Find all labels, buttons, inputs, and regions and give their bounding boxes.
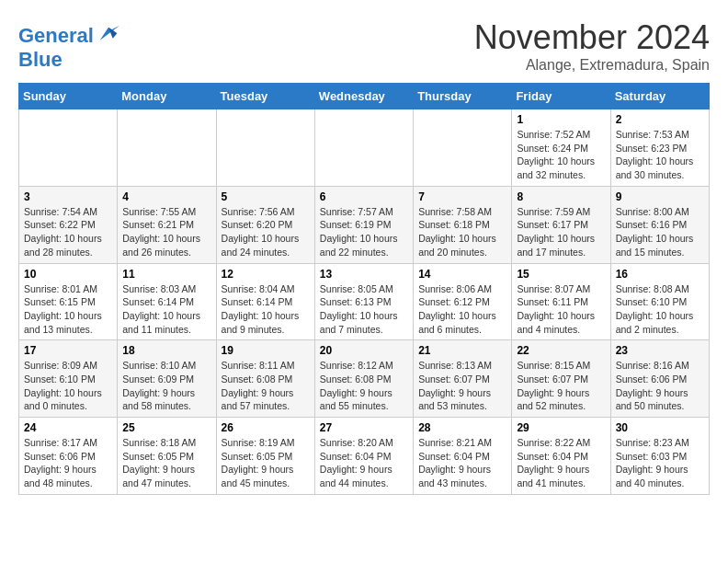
day-info: Sunrise: 8:22 AMSunset: 6:04 PMDaylight:… (517, 436, 605, 490)
calendar-cell: 25Sunrise: 8:18 AMSunset: 6:05 PMDayligh… (118, 418, 216, 495)
calendar-cell: 26Sunrise: 8:19 AMSunset: 6:05 PMDayligh… (216, 418, 314, 495)
day-number: 2 (616, 113, 704, 126)
day-info: Sunrise: 8:09 AMSunset: 6:10 PMDaylight:… (24, 359, 112, 413)
header-monday: Monday (118, 84, 216, 109)
calendar-body: 1Sunrise: 7:52 AMSunset: 6:24 PMDaylight… (19, 109, 710, 495)
day-number: 1 (517, 113, 605, 126)
calendar-cell: 6Sunrise: 7:57 AMSunset: 6:19 PMDaylight… (314, 186, 413, 263)
calendar-header: Sunday Monday Tuesday Wednesday Thursday… (19, 84, 710, 109)
day-info: Sunrise: 8:08 AMSunset: 6:10 PMDaylight:… (616, 282, 704, 337)
header-wednesday: Wednesday (314, 84, 413, 109)
day-number: 3 (24, 190, 112, 203)
svg-marker-1 (108, 28, 117, 39)
day-info: Sunrise: 8:05 AMSunset: 6:13 PMDaylight:… (320, 282, 408, 337)
calendar-cell: 3Sunrise: 7:54 AMSunset: 6:22 PMDaylight… (19, 186, 118, 263)
day-number: 7 (418, 190, 506, 203)
day-number: 13 (320, 268, 408, 281)
day-info: Sunrise: 8:10 AMSunset: 6:09 PMDaylight:… (122, 359, 210, 413)
logo-text: General (18, 25, 94, 47)
title-area: November 2024 Alange, Extremadura, Spain (474, 18, 710, 74)
day-info: Sunrise: 8:21 AMSunset: 6:04 PMDaylight:… (418, 436, 506, 490)
day-info: Sunrise: 8:12 AMSunset: 6:08 PMDaylight:… (320, 359, 408, 413)
calendar-cell (414, 109, 512, 187)
day-number: 28 (418, 421, 506, 434)
header-saturday: Saturday (610, 84, 709, 109)
day-number: 16 (616, 268, 704, 281)
calendar-cell: 21Sunrise: 8:13 AMSunset: 6:07 PMDayligh… (414, 340, 512, 418)
calendar-cell: 16Sunrise: 8:08 AMSunset: 6:10 PMDayligh… (610, 263, 709, 340)
day-number: 14 (418, 268, 506, 281)
day-number: 24 (24, 421, 112, 434)
calendar-cell: 29Sunrise: 8:22 AMSunset: 6:04 PMDayligh… (512, 418, 610, 495)
day-number: 10 (24, 268, 112, 281)
calendar-cell (19, 109, 118, 187)
calendar-cell: 30Sunrise: 8:23 AMSunset: 6:03 PMDayligh… (610, 418, 709, 495)
day-info: Sunrise: 7:58 AMSunset: 6:18 PMDaylight:… (418, 205, 506, 259)
day-info: Sunrise: 8:15 AMSunset: 6:07 PMDaylight:… (517, 359, 605, 413)
month-title: November 2024 (474, 18, 710, 57)
day-info: Sunrise: 8:00 AMSunset: 6:16 PMDaylight:… (616, 205, 704, 259)
weekday-header-row: Sunday Monday Tuesday Wednesday Thursday… (19, 84, 710, 109)
day-number: 29 (517, 421, 605, 434)
day-info: Sunrise: 8:18 AMSunset: 6:05 PMDaylight:… (122, 436, 210, 490)
day-info: Sunrise: 7:53 AMSunset: 6:23 PMDaylight:… (616, 128, 704, 182)
calendar-week-row: 24Sunrise: 8:17 AMSunset: 6:06 PMDayligh… (19, 418, 710, 495)
day-number: 25 (122, 421, 210, 434)
day-number: 30 (616, 421, 704, 434)
day-info: Sunrise: 8:17 AMSunset: 6:06 PMDaylight:… (24, 436, 112, 490)
calendar-week-row: 3Sunrise: 7:54 AMSunset: 6:22 PMDaylight… (19, 186, 710, 263)
day-info: Sunrise: 8:07 AMSunset: 6:11 PMDaylight:… (517, 282, 605, 337)
calendar-cell: 14Sunrise: 8:06 AMSunset: 6:12 PMDayligh… (414, 263, 512, 340)
calendar-table: Sunday Monday Tuesday Wednesday Thursday… (18, 83, 710, 495)
calendar-cell: 27Sunrise: 8:20 AMSunset: 6:04 PMDayligh… (314, 418, 413, 495)
calendar-cell: 8Sunrise: 7:59 AMSunset: 6:17 PMDaylight… (512, 186, 610, 263)
day-info: Sunrise: 8:01 AMSunset: 6:15 PMDaylight:… (24, 282, 112, 337)
calendar-cell: 22Sunrise: 8:15 AMSunset: 6:07 PMDayligh… (512, 340, 610, 418)
svg-marker-0 (100, 26, 119, 40)
calendar-cell: 12Sunrise: 8:04 AMSunset: 6:14 PMDayligh… (216, 263, 314, 340)
day-info: Sunrise: 8:19 AMSunset: 6:05 PMDaylight:… (222, 436, 310, 490)
calendar-cell (216, 109, 314, 187)
calendar-week-row: 10Sunrise: 8:01 AMSunset: 6:15 PMDayligh… (19, 263, 710, 340)
calendar-cell: 5Sunrise: 7:56 AMSunset: 6:20 PMDaylight… (216, 186, 314, 263)
day-info: Sunrise: 7:59 AMSunset: 6:17 PMDaylight:… (517, 205, 605, 259)
day-info: Sunrise: 7:57 AMSunset: 6:19 PMDaylight:… (320, 205, 408, 259)
calendar-cell (314, 109, 413, 187)
day-info: Sunrise: 7:56 AMSunset: 6:20 PMDaylight:… (222, 205, 310, 259)
logo-text-blue: Blue (18, 49, 121, 71)
day-number: 20 (320, 344, 408, 357)
day-number: 4 (122, 190, 210, 203)
day-number: 5 (222, 190, 310, 203)
day-number: 11 (122, 268, 210, 281)
day-number: 12 (222, 268, 310, 281)
day-number: 15 (517, 268, 605, 281)
day-info: Sunrise: 8:13 AMSunset: 6:07 PMDaylight:… (418, 359, 506, 413)
calendar-cell: 15Sunrise: 8:07 AMSunset: 6:11 PMDayligh… (512, 263, 610, 340)
day-number: 9 (616, 190, 704, 203)
calendar-cell (118, 109, 216, 187)
day-info: Sunrise: 7:55 AMSunset: 6:21 PMDaylight:… (122, 205, 210, 259)
location-title: Alange, Extremadura, Spain (474, 57, 710, 74)
header-tuesday: Tuesday (216, 84, 314, 109)
header-friday: Friday (512, 84, 610, 109)
calendar-cell: 4Sunrise: 7:55 AMSunset: 6:21 PMDaylight… (118, 186, 216, 263)
calendar-week-row: 1Sunrise: 7:52 AMSunset: 6:24 PMDaylight… (19, 109, 710, 187)
calendar-cell: 19Sunrise: 8:11 AMSunset: 6:08 PMDayligh… (216, 340, 314, 418)
day-number: 27 (320, 421, 408, 434)
calendar-cell: 10Sunrise: 8:01 AMSunset: 6:15 PMDayligh… (19, 263, 118, 340)
header: General Blue November 2024 Alange, Extre… (18, 18, 710, 74)
day-info: Sunrise: 8:03 AMSunset: 6:14 PMDaylight:… (122, 282, 210, 337)
calendar-cell: 9Sunrise: 8:00 AMSunset: 6:16 PMDaylight… (610, 186, 709, 263)
calendar-cell: 2Sunrise: 7:53 AMSunset: 6:23 PMDaylight… (610, 109, 709, 187)
day-info: Sunrise: 8:11 AMSunset: 6:08 PMDaylight:… (222, 359, 310, 413)
day-number: 23 (616, 344, 704, 357)
day-info: Sunrise: 7:52 AMSunset: 6:24 PMDaylight:… (517, 128, 605, 182)
calendar-cell: 28Sunrise: 8:21 AMSunset: 6:04 PMDayligh… (414, 418, 512, 495)
day-number: 8 (517, 190, 605, 203)
day-number: 6 (320, 190, 408, 203)
day-info: Sunrise: 8:23 AMSunset: 6:03 PMDaylight:… (616, 436, 704, 490)
calendar-cell: 24Sunrise: 8:17 AMSunset: 6:06 PMDayligh… (19, 418, 118, 495)
logo-bird-icon (96, 23, 121, 49)
calendar-cell: 11Sunrise: 8:03 AMSunset: 6:14 PMDayligh… (118, 263, 216, 340)
day-number: 17 (24, 344, 112, 357)
